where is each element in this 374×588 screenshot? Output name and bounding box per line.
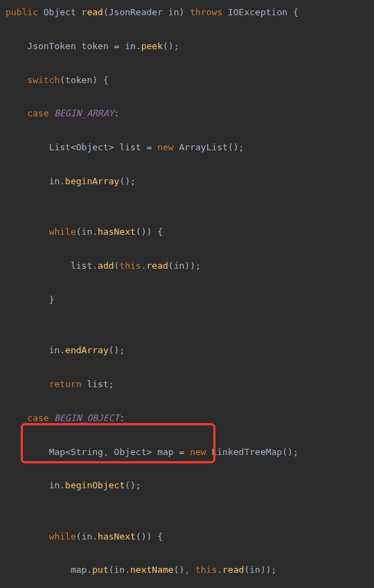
code-line: while(in.hasNext()) { (6, 528, 368, 545)
code-line: list.add(this.read(in)); (6, 258, 368, 274)
code-editor[interactable]: public Object read(JsonReader in) throws… (0, 0, 374, 588)
code-line: case BEGIN_OBJECT: (6, 410, 368, 427)
code-line: return list; (6, 376, 368, 393)
code-line: while(in.hasNext()) { (6, 224, 368, 240)
code-line: Map<String, Object> map = new LinkedTree… (6, 444, 368, 461)
code-line: map.put(in.nextName(), this.read(in)); (6, 562, 368, 578)
code-line: in.endArray(); (6, 342, 368, 359)
code-line: List<Object> list = new ArrayList(); (6, 139, 368, 156)
code-line: } (6, 292, 368, 308)
code-line: case BEGIN_ARRAY: (6, 105, 368, 122)
code-line: in.beginArray(); (6, 173, 368, 190)
code-line: switch(token) { (6, 72, 368, 89)
code-line: JsonToken token = in.peek(); (6, 38, 368, 55)
code-line: in.beginObject(); (6, 477, 368, 494)
code-line: public Object read(JsonReader in) throws… (6, 4, 368, 21)
